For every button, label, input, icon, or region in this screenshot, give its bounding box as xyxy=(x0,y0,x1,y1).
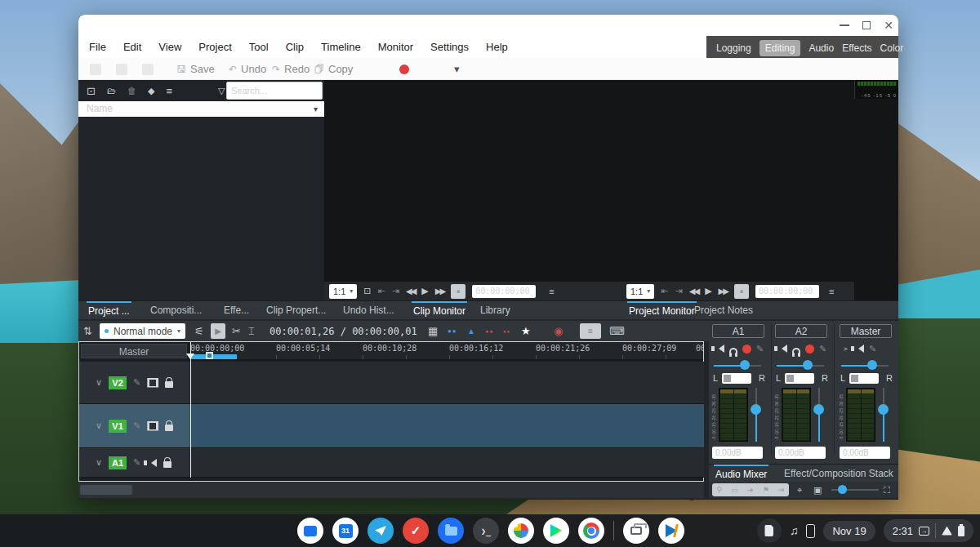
pin-icon[interactable]: ⚲ xyxy=(717,486,723,494)
zoom-knob[interactable] xyxy=(838,485,847,494)
insert-zone-icon[interactable]: ▲ xyxy=(467,327,475,336)
timeline-ruler[interactable]: 00:00:00;00 00:00:05;14 00:00:10;28 00:0… xyxy=(189,342,703,360)
clip-monitor-toggle[interactable]: ⏸ xyxy=(451,284,466,299)
balance-spinbox[interactable] xyxy=(722,373,751,384)
telegram-app-icon[interactable] xyxy=(368,518,394,544)
collapse-track-icon[interactable]: ∨ xyxy=(96,377,102,388)
play-icon[interactable]: ▶ xyxy=(705,286,711,296)
zone-out-icon[interactable]: ⇥ xyxy=(675,286,683,296)
calendar-date-pill[interactable]: Nov 19 xyxy=(823,521,875,541)
workspace-audio[interactable]: Audio xyxy=(808,42,834,54)
workspace-effects[interactable]: Effects xyxy=(842,42,871,54)
bin-name-header[interactable]: Name xyxy=(78,101,324,117)
terminal-app-icon[interactable]: ❯_ xyxy=(473,518,499,544)
play-icon[interactable]: ▶ xyxy=(421,286,428,296)
tab-effect-stack[interactable]: Effect/Composition Stack xyxy=(782,465,895,483)
chrome-app-icon[interactable] xyxy=(578,518,604,544)
save-preset-icon[interactable]: ▭ xyxy=(731,486,738,494)
volume-knob[interactable] xyxy=(878,404,889,415)
volume-knob[interactable] xyxy=(751,404,761,415)
toolbar-dropdown-caret[interactable]: ▾ xyxy=(454,63,460,75)
menu-edit[interactable]: Edit xyxy=(123,41,141,53)
forward-icon[interactable]: ▶▶ xyxy=(719,287,728,296)
clip-timecode-field[interactable]: 00:00:00;00 xyxy=(472,285,536,298)
project-zoom-dropdown[interactable]: 1:1▾ xyxy=(626,284,654,299)
pan-slider[interactable] xyxy=(841,365,889,367)
video-track-icon[interactable] xyxy=(147,421,158,431)
lock-icon[interactable] xyxy=(165,381,173,388)
maximize-icon[interactable] xyxy=(862,21,871,29)
clip-monitor-menu-icon[interactable]: ≡ xyxy=(549,287,554,296)
mix-clips-icon[interactable]: ⚟ xyxy=(194,325,204,337)
track-v2-lane[interactable] xyxy=(189,362,705,404)
minimize-icon[interactable] xyxy=(840,24,849,26)
create-folder-icon[interactable]: 🗁 xyxy=(107,86,116,96)
expand-icon[interactable]: ⛶ xyxy=(884,483,890,496)
pan-knob[interactable] xyxy=(740,360,750,370)
track-a1-lane[interactable] xyxy=(189,448,705,478)
timeline-timecode[interactable]: 00:00:01,26 / 00:00:00,01 xyxy=(270,326,417,337)
rewind-icon[interactable]: ◀◀ xyxy=(689,287,698,296)
fit-zoom-icon[interactable]: ▣ xyxy=(813,483,822,496)
pan-knob[interactable] xyxy=(867,360,877,370)
tab-project-notes[interactable]: Project Notes xyxy=(693,301,755,320)
photos-app-icon[interactable] xyxy=(508,518,534,544)
track-badge-v1[interactable]: V1 xyxy=(109,420,127,433)
effects-pen-icon[interactable]: ✎ xyxy=(819,344,826,354)
add-clip-icon[interactable]: ⊡ xyxy=(87,85,96,97)
delete-icon[interactable]: 🗑 xyxy=(127,86,136,96)
filter-icon[interactable]: ▽ xyxy=(218,86,225,96)
project-timecode-field[interactable]: 00:00:00;00 xyxy=(755,285,819,298)
track-v1-lane[interactable] xyxy=(189,404,705,448)
volume-slider[interactable] xyxy=(755,388,757,442)
video-track-icon[interactable] xyxy=(147,378,158,388)
system-tray[interactable]: 2:31 → xyxy=(884,519,973,542)
volume-slider[interactable] xyxy=(883,388,884,442)
workspace-logging[interactable]: Logging xyxy=(716,42,751,54)
workspace-editing[interactable]: Editing xyxy=(760,40,801,56)
tab-effects[interactable]: Effe... xyxy=(222,301,251,320)
bin-sort-caret-icon[interactable]: ▾ xyxy=(314,101,318,117)
composite-icon[interactable]: ▦ xyxy=(428,325,438,337)
master-track-button[interactable]: Master xyxy=(81,344,187,358)
mix-audio-icon[interactable]: ●● xyxy=(448,327,457,335)
tab-audio-mixer[interactable]: Audio Mixer xyxy=(714,465,768,483)
menu-project[interactable]: Project xyxy=(198,41,231,53)
spacer-tool-icon[interactable]: ⌶ xyxy=(248,325,255,338)
window-titlebar[interactable]: ✕ xyxy=(78,15,898,36)
lock-icon[interactable] xyxy=(163,461,172,468)
record-arm-icon[interactable] xyxy=(742,345,751,354)
tasks-app-icon[interactable]: ✓ xyxy=(403,518,429,544)
zone-handle[interactable] xyxy=(206,352,213,359)
effects-pen-icon[interactable]: ✎ xyxy=(869,344,876,354)
solo-headphones-icon[interactable] xyxy=(729,348,737,354)
menu-tool[interactable]: Tool xyxy=(249,41,269,53)
play-store-app-icon[interactable] xyxy=(543,518,569,544)
track-options-icon[interactable]: ⇅ xyxy=(83,325,92,337)
bin-menu-icon[interactable]: ≡ xyxy=(166,85,172,97)
zone-in-icon[interactable]: ⇤ xyxy=(661,286,668,296)
gain-spinbox[interactable]: 0.00dB xyxy=(712,447,763,459)
scrollbar-thumb[interactable] xyxy=(80,485,132,495)
record-icon[interactable]: ◉ xyxy=(554,325,563,337)
selection-tool-button[interactable]: ▶ xyxy=(211,323,225,339)
record-arm-icon[interactable] xyxy=(805,345,814,354)
edit-track-icon[interactable]: ✎ xyxy=(133,377,140,388)
flag-icon[interactable]: ⚑ xyxy=(763,486,769,494)
tab-undo-history[interactable]: Undo Hist... xyxy=(341,301,396,320)
phone-hub-icon[interactable] xyxy=(806,524,815,538)
speaker-icon[interactable] xyxy=(147,459,157,467)
track-badge-v2[interactable]: V2 xyxy=(109,376,127,389)
apply-icon[interactable]: ➔ xyxy=(747,486,754,494)
balance-spinbox[interactable] xyxy=(849,373,879,384)
collapse-track-icon[interactable]: ∨ xyxy=(96,420,102,431)
keyboard-icon[interactable]: ⌨ xyxy=(609,325,625,337)
solo-headphones-icon[interactable] xyxy=(792,348,800,354)
gain-spinbox[interactable]: 0.00dB xyxy=(840,447,890,459)
menu-monitor[interactable]: Monitor xyxy=(378,41,413,53)
close-icon[interactable]: ✕ xyxy=(884,20,893,31)
mute-icon[interactable] xyxy=(777,345,787,353)
tab-library[interactable]: Library xyxy=(479,301,512,320)
menu-timeline[interactable]: Timeline xyxy=(321,41,361,53)
zone-out-icon[interactable]: ⇥ xyxy=(392,286,399,296)
